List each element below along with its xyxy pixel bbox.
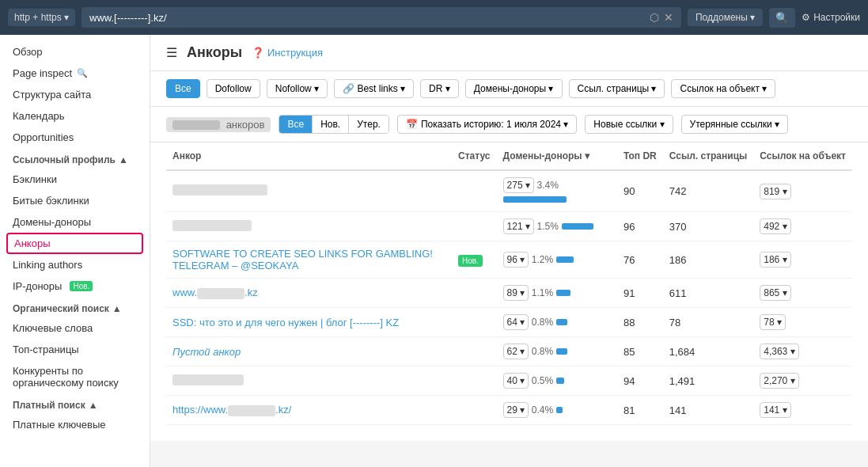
links-dropdown[interactable]: 141 ▾: [760, 402, 790, 418]
links-dropdown[interactable]: 78 ▾: [760, 314, 786, 330]
domains-dropdown[interactable]: 121 ▾: [503, 218, 534, 234]
filter-all[interactable]: Все: [166, 79, 200, 98]
protocol-selector[interactable]: http + https ▾: [8, 9, 75, 26]
domains-pct: 0.5%: [532, 375, 553, 386]
new-links-dropdown[interactable]: Новые ссылки ▾: [585, 115, 673, 134]
links-to-obj-cell: 141 ▾: [753, 396, 852, 425]
sidebar-item-linking-authors[interactable]: Linking authors: [0, 254, 150, 275]
domains-dropdown[interactable]: 96 ▾: [503, 252, 529, 268]
table-controls: анкоров Все Нов. Утер. 📅 Показать истори…: [150, 107, 868, 142]
ref-pages-cell: 1,491: [663, 366, 754, 396]
blurred-part: [228, 405, 275, 416]
sidebar-item-ip-donors[interactable]: IP-доноры Нов.: [0, 275, 150, 297]
top-dr-cell: 85: [617, 337, 663, 366]
close-icon[interactable]: ✕: [664, 11, 673, 24]
sidebar-section-link-profile[interactable]: Ссылочный профиль ▲: [0, 148, 150, 169]
search-button[interactable]: 🔍: [769, 8, 795, 28]
instruction-link[interactable]: ❓ Инструкция: [252, 47, 323, 59]
domains-dropdown[interactable]: 89 ▾: [503, 285, 529, 301]
lost-links-dropdown[interactable]: Утерянные ссылки ▾: [681, 115, 789, 134]
col-top-dr: Топ DR: [617, 142, 663, 170]
links-dropdown[interactable]: 4,363 ▾: [760, 344, 798, 359]
table-row: Пустой анкор 62 ▾ 0.8% 85 1,684 4,363 ▾: [166, 337, 852, 366]
status-cell: [452, 337, 496, 366]
menu-icon[interactable]: ☰: [166, 45, 177, 60]
filter-best-links[interactable]: 🔗 Best links ▾: [334, 79, 414, 98]
links-dropdown[interactable]: 2,270 ▾: [760, 373, 798, 389]
filter-donor-domains[interactable]: Домены-доноры ▾: [465, 79, 563, 98]
sidebar-item-obzor[interactable]: Обзор: [0, 41, 150, 63]
sidebar-item-keywords[interactable]: Ключевые слова: [0, 317, 150, 339]
domains-pct: 1.5%: [537, 221, 559, 232]
filter-links-to-object[interactable]: Ссылок на объект ▾: [671, 79, 775, 98]
links-dropdown[interactable]: 819 ▾: [760, 184, 790, 199]
sidebar-item-broken-backlinks[interactable]: Битые бэклинки: [0, 190, 150, 211]
status-cell: [452, 396, 496, 425]
domains-pct: 3.4%: [537, 180, 559, 191]
sidebar: Обзор Page inspect 🔍 Структура сайта Кал…: [0, 35, 150, 467]
domains-pct: 0.8%: [532, 317, 553, 328]
search-icon: 🔍: [77, 68, 88, 78]
sidebar-item-structure[interactable]: Структура сайта: [0, 84, 150, 105]
domains-dropdown[interactable]: 29 ▾: [503, 402, 529, 418]
filter-nofollow[interactable]: Nofollow ▾: [267, 79, 328, 98]
ref-pages-cell: 78: [663, 308, 754, 337]
filter-ref-pages[interactable]: Ссыл. страницы ▾: [569, 79, 665, 98]
col-donor-domains[interactable]: Домены-доноры ▾: [497, 142, 617, 170]
anchor-cell: https://www..kz/: [166, 396, 452, 425]
anchor-cell: www..kz: [166, 279, 452, 308]
filter-dr[interactable]: DR ▾: [420, 79, 459, 98]
sidebar-item-donor-domains[interactable]: Домены-доноры: [0, 211, 150, 233]
domains-dropdown[interactable]: 62 ▾: [503, 344, 529, 359]
filter-dofollow[interactable]: Dofollow: [207, 79, 260, 98]
anchors-table-wrap: Анкор Статус Домены-доноры ▾ Топ DR Ссыл…: [150, 142, 868, 441]
links-dropdown[interactable]: 492 ▾: [760, 218, 790, 234]
domains-cell: 62 ▾ 0.8%: [497, 337, 617, 366]
tab-lost[interactable]: Утер.: [349, 116, 389, 133]
domains-pct: 1.1%: [532, 287, 553, 298]
ref-pages-cell: 370: [663, 212, 754, 241]
content-area: ☰ Анкоры ❓ Инструкция Все Dofollow Nofol…: [150, 35, 868, 467]
anchor-link[interactable]: SOFTWARE TO CREATE SEO LINKS FOR GAMBLIN…: [172, 248, 433, 271]
anchor-link[interactable]: SSD: что это и для чего нужен | блог [--…: [172, 317, 399, 328]
sidebar-item-backlinks[interactable]: Бэклинки: [0, 169, 150, 190]
sidebar-section-paid[interactable]: Платный поиск ▲: [0, 393, 150, 414]
links-dropdown[interactable]: 186 ▾: [760, 252, 790, 268]
table-row: 40 ▾ 0.5% 94 1,491 2,270 ▾: [166, 366, 852, 396]
anchor-link[interactable]: www..kz: [172, 287, 258, 298]
date-filter[interactable]: 📅 Показать историю: 1 июля 2024 ▾: [397, 115, 577, 134]
sidebar-item-calendar[interactable]: Календарь: [0, 105, 150, 127]
ref-pages-cell: 1,684: [663, 337, 754, 366]
settings-button[interactable]: ⚙ Настройки: [802, 12, 860, 23]
anchor-link[interactable]: https://www..kz/: [172, 404, 291, 416]
sidebar-item-opportunities[interactable]: Opportunities: [0, 127, 150, 148]
arrow-up-icon: ▲: [89, 400, 98, 411]
table-row: https://www..kz/ 29 ▾ 0.4% 81 141 141 ▾: [166, 396, 852, 425]
domains-dropdown[interactable]: 275 ▾: [503, 177, 534, 193]
subdomain-button[interactable]: Поддомены ▾: [688, 9, 763, 26]
url-input[interactable]: [89, 12, 650, 24]
domains-dropdown[interactable]: 40 ▾: [503, 373, 529, 389]
table-header-row: Анкор Статус Домены-доноры ▾ Топ DR Ссыл…: [166, 142, 852, 170]
open-external-icon[interactable]: ⬡: [650, 11, 659, 24]
links-to-obj-cell: 819 ▾: [753, 170, 852, 212]
anchor-cell: [166, 170, 452, 212]
sidebar-item-paid-keywords[interactable]: Платные ключевые: [0, 414, 150, 435]
tab-all[interactable]: Все: [279, 116, 313, 133]
blurred-anchor: [172, 374, 244, 385]
calendar-icon: 📅: [406, 119, 418, 130]
domains-cell: 89 ▾ 1.1%: [497, 279, 617, 308]
tab-new[interactable]: Нов.: [313, 116, 349, 133]
table-row: SOFTWARE TO CREATE SEO LINKS FOR GAMBLIN…: [166, 241, 852, 279]
sidebar-item-top-pages[interactable]: Топ-страницы: [0, 339, 150, 360]
anchor-cell: Пустой анкор: [166, 337, 452, 366]
sidebar-item-competitors[interactable]: Конкуренты по органическому поиску: [0, 360, 150, 393]
ref-pages-cell: 742: [663, 170, 754, 212]
sidebar-item-page-inspect[interactable]: Page inspect 🔍: [0, 63, 150, 84]
anchor-cell: SOFTWARE TO CREATE SEO LINKS FOR GAMBLIN…: [166, 241, 452, 279]
domains-dropdown[interactable]: 64 ▾: [503, 314, 529, 330]
links-dropdown[interactable]: 865 ▾: [760, 285, 790, 301]
sidebar-item-anchors[interactable]: Анкоры: [6, 233, 143, 254]
links-to-obj-cell: 865 ▾: [753, 279, 852, 308]
sidebar-section-organic[interactable]: Органический поиск ▲: [0, 297, 150, 317]
